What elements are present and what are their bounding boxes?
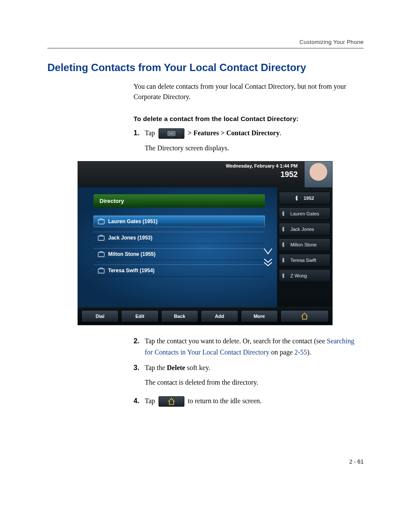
menu-icon [168,131,175,136]
softkey-edit[interactable]: Edit [121,310,158,322]
card-icon [98,251,105,257]
step-3-followup: The contact is deleted from the director… [145,377,364,388]
step-4-pre: Tap [145,397,157,404]
page-reference-link[interactable]: 2-55 [294,348,307,356]
step-2-text-b: on page [269,348,294,356]
sidebar-speed-dial[interactable]: Lauren Gates [279,207,330,220]
sidebar-label: Z Wong [290,273,307,278]
section-title: Deleting Contacts from Your Local Contac… [47,62,364,74]
scroll-arrows[interactable] [263,248,273,270]
step-4: 4. Tap to return to the idle screen. [134,395,364,407]
step-number: 4. [134,395,145,407]
step-number: 2. [134,336,145,347]
sidebar-ext-label: 1952 [304,196,314,201]
step-1: 1. Tap > Features > Contact Directory. [134,128,364,139]
handset-icon [282,211,288,217]
step-2: 2. Tap the contact you want to delete. O… [134,336,364,358]
sidebar-speed-dial[interactable]: Z Wong [279,269,330,282]
running-header: Customizing Your Phone [47,39,364,49]
chevron-down-icon [263,248,273,255]
menu-icon-button [159,128,184,139]
status-extension: 1952 [280,170,298,179]
step-1-tail: . [280,129,281,137]
step-2-text-a: Tap the contact you want to delete. Or, … [145,337,327,345]
step-1-followup: The Directory screen displays. [145,143,364,153]
contact-label: Lauren Gates (1951) [108,218,158,224]
sidebar: 1952 Lauren Gates Jack Jones Milton Ston… [277,187,332,307]
sidebar-label: Milton Stone [290,242,317,247]
svg-rect-6 [98,252,104,257]
phone-screenshot: Wednesday, February 4 1:44 PM 1952 Direc… [78,161,333,325]
avatar [305,162,332,187]
handset-icon [282,273,288,279]
handset-icon [282,226,288,232]
softkey-more[interactable]: More [241,310,278,322]
step-1-pre: Tap [145,129,157,137]
contact-list-item[interactable]: Lauren Gates (1951) [93,215,265,227]
intro-paragraph: You can delete contacts from your local … [134,81,364,102]
home-icon [301,313,308,320]
screenshot-statusbar: Wednesday, February 4 1:44 PM 1952 [78,162,332,187]
sidebar-speed-dial[interactable]: Milton Stone [279,238,330,251]
softkey-add[interactable]: Add [201,310,238,322]
handset-icon [282,257,288,263]
contact-list-item[interactable]: Milton Stone (1955) [93,248,265,260]
step-2-text-c: ). [307,348,311,356]
step-3-strong: Delete [167,364,185,371]
sidebar-label: Lauren Gates [290,211,319,216]
svg-rect-7 [98,269,104,273]
softkey-home[interactable] [280,310,329,322]
contact-label: Milton Stone (1955) [108,251,156,257]
card-icon [98,218,105,224]
step-number: 1. [134,128,145,139]
card-icon [98,268,105,274]
handset-icon [282,242,288,248]
sidebar-label: Jack Jones [290,227,314,232]
step-3: 3. Tap the Delete soft key. [134,362,364,373]
contact-label: Jack Jones (1953) [108,235,153,241]
sidebar-speed-dial[interactable]: Teresa Swift [279,254,330,267]
sidebar-speed-dial[interactable]: Jack Jones [279,223,330,236]
contact-list-item[interactable]: Jack Jones (1953) [93,232,265,244]
directory-title-bar: Directory [93,194,265,208]
contact-label: Teresa Swift (1954) [108,268,155,274]
softkey-dial[interactable]: Dial [81,310,118,322]
procedure-heading: To delete a contact from the local Conta… [134,115,364,122]
home-icon [168,398,175,405]
card-icon [98,235,105,241]
svg-rect-5 [98,236,104,240]
step-3-pre: Tap the [145,364,167,371]
step-number: 3. [134,362,145,373]
home-icon-button [159,396,184,407]
sidebar-extension[interactable]: 1952 [279,192,330,205]
contact-list-item[interactable]: Teresa Swift (1954) [93,264,265,277]
chevron-double-down-icon [263,258,273,268]
step-3-post: soft key. [185,364,210,371]
sidebar-label: Teresa Swift [290,258,316,263]
step-1-path: > Features > Contact Directory [188,129,280,137]
status-datetime: Wednesday, February 4 1:44 PM [226,163,298,168]
page-number: 2 - 61 [47,458,364,465]
svg-rect-4 [98,220,104,224]
softkey-bar: Dial Edit Back Add More [78,307,332,325]
softkey-back[interactable]: Back [161,310,198,322]
step-4-post: to return to the idle screen. [188,397,262,404]
handset-icon [295,195,301,201]
